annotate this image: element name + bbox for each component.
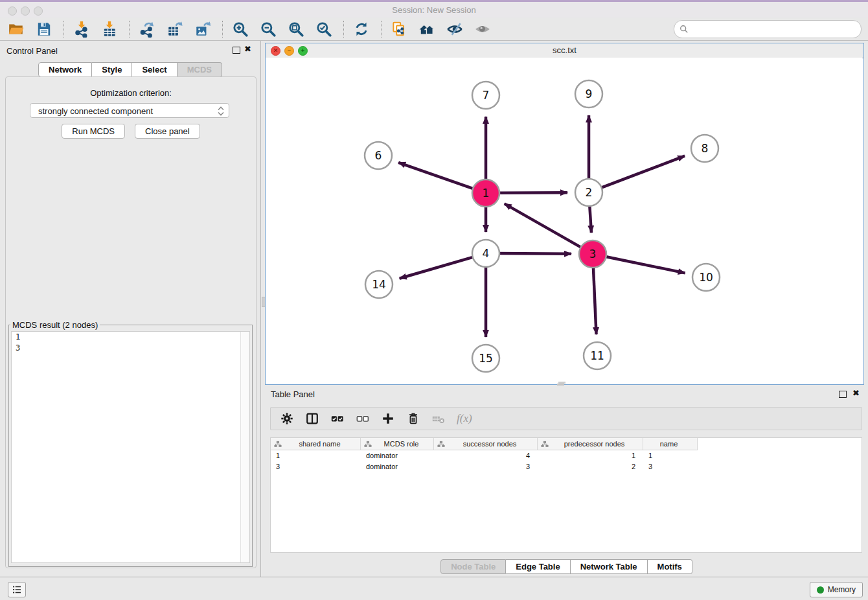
graph-edge-4-14[interactable] [400, 257, 474, 279]
search-box [674, 20, 862, 38]
column-header-successor-nodes[interactable]: successor nodes [434, 438, 538, 450]
toolbar-separator [129, 21, 130, 38]
select-all-icon[interactable] [330, 411, 345, 426]
graph-node-label-7: 7 [483, 89, 490, 102]
tab-mcds[interactable]: MCDS [177, 62, 222, 77]
import-network-icon[interactable] [73, 21, 90, 38]
tab-network[interactable]: Network [38, 62, 92, 77]
table-cell[interactable]: 3 [434, 461, 538, 472]
network-canvas[interactable]: 7968124314101511 [266, 58, 862, 383]
tab-node-table[interactable]: Node Table [440, 559, 506, 574]
network-window-titlebar[interactable]: ✕ − + scc.txt [266, 43, 863, 58]
network-graph[interactable]: 7968124314101511 [266, 58, 862, 383]
table-row[interactable]: 3dominator323 [271, 461, 862, 472]
show-graphics-details-icon[interactable] [474, 21, 491, 38]
optimization-criterion-select[interactable]: strongly connected component [30, 103, 229, 118]
float-table-panel-icon[interactable] [839, 391, 847, 398]
table-body: 1dominator4113dominator323 [271, 450, 862, 472]
horizontal-splitter-handle[interactable] [557, 384, 564, 386]
graph-edge-1-6[interactable] [398, 163, 474, 189]
tab-motifs[interactable]: Motifs [648, 559, 692, 574]
table-settings-icon[interactable] [280, 411, 294, 426]
app-window: Session: New Session [0, 0, 868, 600]
column-header-shared-name[interactable]: shared name [271, 438, 361, 450]
graph-node-label-6: 6 [375, 149, 382, 162]
network-window: ✕ − + scc.txt 7968124314101511 [265, 43, 864, 385]
tab-select[interactable]: Select [132, 62, 177, 77]
clone-network-icon[interactable] [391, 21, 407, 38]
search-input[interactable] [691, 21, 856, 37]
optimization-criterion-label: Optimization criterion: [6, 88, 256, 98]
zoom-in-icon[interactable] [232, 21, 249, 38]
main-toolbar [0, 17, 868, 41]
show-columns-icon[interactable] [305, 411, 319, 426]
export-table-icon[interactable] [166, 21, 183, 38]
export-network-icon[interactable] [139, 21, 155, 38]
status-bar: Memory [0, 577, 868, 600]
graph-node-label-1: 1 [483, 187, 490, 200]
graph-edge-4-3[interactable] [499, 253, 571, 254]
table-cell[interactable]: 2 [538, 461, 643, 472]
tab-style[interactable]: Style [92, 62, 132, 77]
mcds-result-line: 1 [12, 332, 249, 343]
table-cell[interactable]: dominator [361, 450, 434, 461]
close-panel-icon[interactable]: ✖ [244, 45, 251, 54]
memory-button[interactable]: Memory [810, 582, 863, 597]
add-row-icon[interactable] [381, 411, 395, 426]
mcds-result-box[interactable]: 13 [11, 331, 250, 563]
float-panel-icon[interactable] [233, 47, 240, 54]
zoom-fit-icon[interactable] [288, 21, 304, 38]
mcds-panel: Optimization criterion: strongly connect… [5, 76, 257, 568]
graph-edge-2-3[interactable] [589, 205, 591, 233]
graph-node-label-4: 4 [483, 247, 490, 260]
table-panel-title: Table Panel [271, 389, 315, 399]
result-scrollbar[interactable] [240, 332, 249, 562]
deselect-all-icon[interactable] [356, 411, 370, 426]
delete-row-icon[interactable] [406, 411, 420, 426]
graph-edge-2-8[interactable] [601, 156, 685, 188]
show-all-networks-icon[interactable] [418, 21, 435, 38]
table-cell[interactable]: 1 [643, 450, 698, 461]
graph-edge-3-10[interactable] [606, 257, 685, 273]
graph-node-label-15: 15 [479, 352, 493, 365]
export-image-icon[interactable] [194, 21, 211, 38]
graph-node-label-2: 2 [586, 186, 593, 199]
toolbar-separator [381, 21, 382, 38]
column-header-predecessor-nodes[interactable]: predecessor nodes [538, 438, 643, 450]
graph-edge-3-1[interactable] [505, 203, 582, 248]
table-cell[interactable]: 3 [643, 461, 698, 472]
graph-edge-1-2[interactable] [499, 192, 567, 193]
toolbar-separator [63, 21, 64, 38]
search-icon [680, 25, 689, 34]
open-session-icon[interactable] [8, 21, 25, 38]
memory-label: Memory [828, 585, 856, 594]
table-panel: Table Panel ✖ f(x) [265, 387, 868, 577]
graph-edge-3-11[interactable] [593, 267, 597, 334]
column-type-icon [541, 441, 549, 448]
table-cell[interactable]: dominator [361, 461, 434, 472]
table-tabbar: Node TableEdge TableNetwork TableMotifs [265, 559, 868, 574]
table-cell[interactable]: 1 [271, 450, 361, 461]
close-panel-button[interactable]: Close panel [135, 124, 200, 139]
zoom-selected-icon[interactable] [315, 21, 332, 38]
column-type-icon [364, 441, 372, 448]
hide-graphics-details-icon[interactable] [446, 21, 463, 38]
zoom-out-icon[interactable] [260, 21, 277, 38]
import-table-icon[interactable] [101, 21, 118, 38]
refresh-view-icon[interactable] [353, 21, 370, 38]
task-history-button[interactable] [8, 582, 26, 597]
list-icon [11, 584, 23, 595]
table-cell[interactable]: 1 [538, 450, 643, 461]
tab-edge-table[interactable]: Edge Table [506, 559, 570, 574]
close-table-panel-icon[interactable]: ✖ [852, 389, 860, 398]
run-mcds-button[interactable]: Run MCDS [62, 124, 125, 139]
table-cell[interactable]: 4 [434, 450, 538, 461]
tab-network-table[interactable]: Network Table [571, 559, 648, 574]
column-header-MCDS-role[interactable]: MCDS role [361, 438, 434, 450]
table-row[interactable]: 1dominator411 [271, 450, 862, 461]
table-cell[interactable]: 3 [271, 461, 361, 472]
column-header-name[interactable]: name [643, 438, 698, 450]
table-toolbar: f(x) [270, 407, 862, 430]
graph-node-label-3: 3 [589, 248, 597, 260]
save-session-icon[interactable] [36, 21, 52, 38]
